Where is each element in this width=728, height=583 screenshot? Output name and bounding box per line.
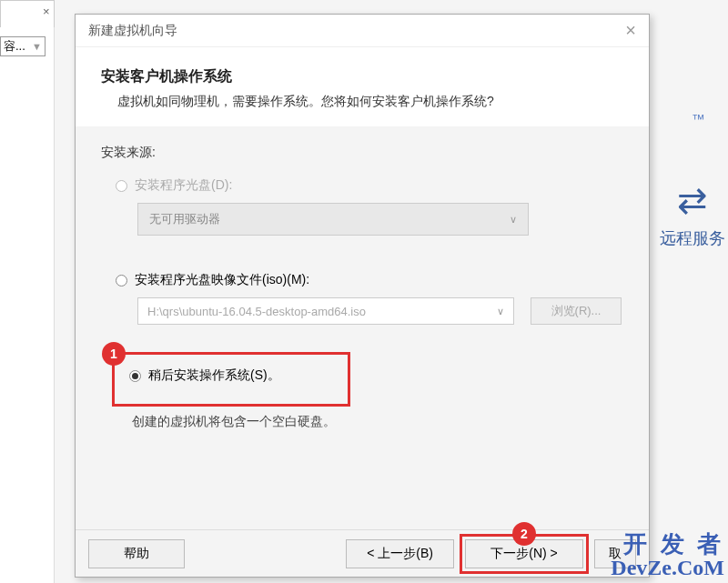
annotation-badge-1: 1 [102,342,126,366]
browse-button: 浏览(R)... [531,297,622,325]
remote-widget[interactable]: ⇄ 远程服务 [657,182,728,300]
close-icon[interactable]: × [625,20,636,41]
radio-option-disc: 安装程序光盘(D): [116,177,623,194]
radio-icon [116,180,127,192]
arrows-icon: ⇄ [677,182,708,218]
highlight-box-2: 2 下一步(N) > [460,534,589,574]
radio-group: 安装程序光盘(D): 无可用驱动器 ∨ 安装程序光盘映像文件(iso)(M): … [116,177,623,430]
dropdown-text: 容... [4,38,25,55]
dialog-title: 新建虚拟机向导 [88,23,177,39]
remote-label: 远程服务 [660,227,725,249]
later-description: 创建的虚拟机将包含一个空白硬盘。 [132,414,623,430]
radio-option-later[interactable]: 稍后安装操作系统(S)。 [129,367,333,384]
chevron-down-icon: ∨ [510,214,517,226]
background-dropdown[interactable]: 容... ▼ [0,36,46,56]
back-button[interactable]: < 上一步(B) [346,539,454,568]
page-title: 安装客户机操作系统 [101,67,623,86]
body-section: 安装来源: 安装程序光盘(D): 无可用驱动器 ∨ 安装程序光盘映像文件(iso… [76,126,649,554]
radio-option-iso[interactable]: 安装程序光盘映像文件(iso)(M): [116,272,623,288]
radio-label-disc: 安装程序光盘(D): [135,177,232,194]
disc-dropdown-text: 无可用驱动器 [149,211,220,227]
help-button[interactable]: 帮助 [88,539,185,568]
annotation-badge-2: 2 [512,522,536,546]
radio-label-iso: 安装程序光盘映像文件(iso)(M): [135,272,309,288]
chevron-down-icon: ▼ [32,41,42,52]
watermark-line1: 开 发 者 [611,532,724,557]
new-vm-wizard-dialog: 新建虚拟机向导 × 安装客户机操作系统 虚拟机如同物理机，需要操作系统。您将如何… [75,14,650,578]
watermark-line2: DevZe.CoM [611,557,724,579]
radio-icon [116,275,127,286]
iso-row: H:\qrs\ubuntu-16.04.5-desktop-amd64.iso … [137,297,623,325]
trademark-icon: ™ [692,111,705,126]
header-section: 安装客户机操作系统 虚拟机如同物理机，需要操作系统。您将如何安装客户机操作系统? [76,47,649,126]
source-label: 安装来源: [101,145,623,161]
tab-close-icon[interactable]: × [43,5,50,18]
background-pane [0,27,55,583]
highlight-box-1: 1 稍后安装操作系统(S)。 [112,352,350,407]
disc-dropdown: 无可用驱动器 ∨ [137,203,529,236]
iso-path-text: H:\qrs\ubuntu-16.04.5-desktop-amd64.iso [147,305,366,318]
dialog-footer: 帮助 < 上一步(B) 2 下一步(N) > 取 [76,529,649,577]
page-subtitle: 虚拟机如同物理机，需要操作系统。您将如何安装客户机操作系统? [101,94,623,110]
radio-icon-selected [129,370,141,382]
iso-path-input: H:\qrs\ubuntu-16.04.5-desktop-amd64.iso … [137,297,514,325]
dialog-titlebar: 新建虚拟机向导 × [76,15,649,47]
radio-label-later: 稍后安装操作系统(S)。 [148,367,280,384]
chevron-down-icon: ∨ [497,306,504,317]
watermark: 开 发 者 DevZe.CoM [611,532,724,579]
